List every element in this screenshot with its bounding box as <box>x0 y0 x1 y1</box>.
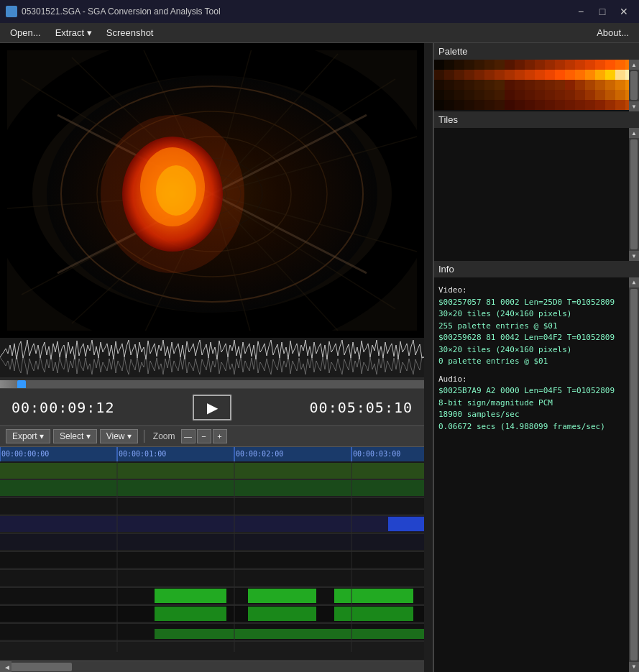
svg-rect-131 <box>464 80 474 90</box>
select-button[interactable]: Select ▾ <box>53 429 97 443</box>
svg-rect-90 <box>454 60 464 70</box>
svg-rect-97 <box>525 60 535 70</box>
total-timecode: 00:05:05:10 <box>310 399 413 416</box>
close-button[interactable]: ✕ <box>615 4 633 19</box>
timeline-horizontal-scrollbar[interactable]: ◄ ► <box>0 661 424 672</box>
menu-open[interactable]: Open... <box>3 24 48 41</box>
svg-rect-188 <box>434 128 630 261</box>
palette-scroll-down[interactable]: ▼ <box>629 101 639 111</box>
svg-rect-115 <box>505 70 515 80</box>
tiles-section: Tiles ▲ ▼ <box>434 111 639 261</box>
menu-extract[interactable]: Extract ▾ <box>48 24 99 41</box>
svg-rect-159 <box>545 90 555 100</box>
palette-scroll-up[interactable]: ▲ <box>629 60 639 70</box>
svg-rect-133 <box>484 80 495 90</box>
minimize-button[interactable]: − <box>571 4 590 19</box>
info-label: Info <box>434 261 639 277</box>
tiles-display: ▲ ▼ <box>434 128 639 261</box>
svg-rect-186 <box>615 100 625 110</box>
info-scroll-up[interactable]: ▲ <box>629 277 639 287</box>
transport-controls: 00:00:09:12 ▶ 00:05:05:10 <box>0 388 424 425</box>
svg-rect-101 <box>565 60 575 70</box>
svg-rect-60 <box>0 570 424 586</box>
svg-rect-161 <box>565 90 575 100</box>
svg-rect-112 <box>474 70 484 80</box>
svg-rect-178 <box>535 100 545 110</box>
export-button[interactable]: Export ▾ <box>6 429 50 443</box>
svg-rect-54 <box>0 498 424 514</box>
svg-rect-128 <box>434 80 444 90</box>
svg-rect-152 <box>474 90 484 100</box>
svg-rect-89 <box>444 60 454 70</box>
tiles-scroll-thumb[interactable] <box>630 139 638 249</box>
menu-screenshot[interactable]: Screenshot <box>99 24 161 41</box>
zoom-fit-button[interactable]: — <box>181 429 196 443</box>
play-button[interactable]: ▶ <box>193 395 231 420</box>
svg-rect-100 <box>555 60 565 70</box>
svg-rect-148 <box>434 90 444 100</box>
svg-rect-98 <box>535 60 545 70</box>
svg-rect-129 <box>444 80 454 90</box>
main-layout: 00:00:09:12 ▶ 00:05:05:10 Export ▾ Selec… <box>0 43 639 672</box>
info-line8: 8-bit sign/magnitude PCM <box>438 397 635 410</box>
svg-rect-154 <box>495 90 505 100</box>
svg-rect-185 <box>605 100 615 110</box>
svg-rect-137 <box>525 80 535 90</box>
info-scroll-thumb[interactable] <box>630 289 638 661</box>
svg-rect-140 <box>555 80 565 90</box>
info-scroll-down[interactable]: ▼ <box>629 662 639 672</box>
svg-rect-108 <box>434 70 444 80</box>
tiles-scroll-up[interactable]: ▲ <box>629 128 639 138</box>
svg-rect-150 <box>454 90 464 100</box>
svg-rect-110 <box>454 70 464 80</box>
video-area <box>0 43 424 338</box>
view-button[interactable]: View ▾ <box>100 429 138 443</box>
window-controls: − □ ✕ <box>571 4 633 19</box>
zoom-controls: — − + <box>181 429 227 443</box>
menu-about[interactable]: About... <box>589 24 636 41</box>
current-timecode: 00:00:09:12 <box>12 399 114 416</box>
svg-rect-122 <box>575 70 585 80</box>
svg-rect-126 <box>615 70 625 80</box>
progress-thumb[interactable] <box>17 380 26 388</box>
svg-rect-171 <box>464 100 474 110</box>
svg-rect-114 <box>495 70 505 80</box>
toolbar: Export ▾ Select ▾ View ▾ Zoom — − + <box>0 425 424 447</box>
palette-scroll-thumb[interactable] <box>630 71 638 100</box>
svg-rect-91 <box>464 60 474 70</box>
right-panel: Palette <box>433 43 639 672</box>
svg-rect-157 <box>525 90 535 100</box>
svg-rect-139 <box>545 80 555 90</box>
svg-rect-68 <box>334 607 413 621</box>
svg-rect-175 <box>505 100 515 110</box>
svg-text:00:00:00:00: 00:00:00:00 <box>1 450 49 458</box>
info-line3: 255 palette entries @ $01 <box>438 321 635 333</box>
maximize-button[interactable]: □ <box>593 4 612 19</box>
zoom-plus-button[interactable]: + <box>213 429 227 443</box>
svg-rect-70 <box>155 629 424 639</box>
svg-rect-176 <box>515 100 525 110</box>
svg-rect-57 <box>0 534 424 550</box>
zoom-label: Zoom <box>150 431 178 441</box>
svg-rect-183 <box>585 100 595 110</box>
svg-rect-30 <box>0 338 424 377</box>
svg-rect-120 <box>555 70 565 80</box>
svg-rect-146 <box>615 80 625 90</box>
progress-bar-container[interactable] <box>0 380 424 388</box>
svg-rect-138 <box>535 80 545 90</box>
zoom-minus-button[interactable]: − <box>197 429 211 443</box>
svg-rect-66 <box>155 607 226 621</box>
svg-rect-155 <box>505 90 515 100</box>
svg-rect-160 <box>555 90 565 100</box>
waveform-svg <box>0 338 424 377</box>
svg-rect-117 <box>525 70 535 80</box>
svg-rect-151 <box>464 90 474 100</box>
info-line7: $0025B7A9 A2 0000 Len=04F5 T=01052809 <box>438 385 635 397</box>
info-line6: 0 palette entries @ $01 <box>438 356 635 368</box>
tiles-scroll-down[interactable]: ▼ <box>629 251 639 261</box>
svg-rect-99 <box>545 60 555 70</box>
info-section: Info Video: $00257057 81 0002 Len=25D0 T… <box>434 261 639 672</box>
info-line1: $00257057 81 0002 Len=25D0 T=01052809 <box>438 297 635 309</box>
timeline-tracks <box>0 461 424 672</box>
svg-rect-136 <box>515 80 525 90</box>
